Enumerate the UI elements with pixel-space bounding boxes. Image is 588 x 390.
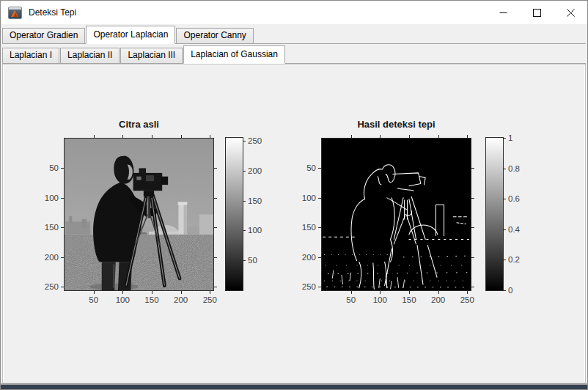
tab-operator-gradien[interactable]: Operator Gradien xyxy=(2,28,85,43)
window-bottom-edge xyxy=(1,385,587,389)
window-titlebar: Deteksi Tepi xyxy=(1,1,587,24)
edge-result-colorbar xyxy=(485,137,504,291)
operator-tab-bar: Operator GradienOperator LaplacianOperat… xyxy=(2,26,586,44)
left-figure-title: Citra asli xyxy=(65,119,213,130)
close-icon xyxy=(567,9,575,17)
subtab-laplacian-ii[interactable]: Laplacian II xyxy=(60,48,120,63)
window-controls xyxy=(486,1,587,24)
edge-result-axes xyxy=(321,138,471,291)
original-image-colorbar xyxy=(225,137,243,291)
matlab-app-icon xyxy=(8,7,22,19)
close-button[interactable] xyxy=(554,1,587,24)
tab-operator-canny[interactable]: Operator Canny xyxy=(176,28,253,43)
tab-operator-laplacian[interactable]: Operator Laplacian xyxy=(86,26,175,44)
subtab-laplacian-iii[interactable]: Laplacian III xyxy=(120,48,183,63)
subtab-laplacian-i[interactable]: Laplacian I xyxy=(2,48,59,63)
app-window: Deteksi Tepi Operator GradienOperator La… xyxy=(0,0,588,390)
right-figure-title: Hasil deteksi tepi xyxy=(322,119,471,130)
edge-detection-image xyxy=(322,139,471,290)
original-image-axes xyxy=(64,138,214,291)
minimize-icon xyxy=(499,9,507,17)
cameraman-image xyxy=(65,139,213,290)
laplacian-variant-tab-bar: Laplacian ILaplacian IILaplacian IIILapl… xyxy=(2,45,586,64)
maximize-icon xyxy=(533,9,541,17)
minimize-button[interactable] xyxy=(486,1,520,24)
subtab-laplacian-of-gaussian[interactable]: Laplacian of Gaussian xyxy=(183,45,285,64)
maximize-button[interactable] xyxy=(520,1,554,24)
window-title: Deteksi Tepi xyxy=(29,7,76,18)
